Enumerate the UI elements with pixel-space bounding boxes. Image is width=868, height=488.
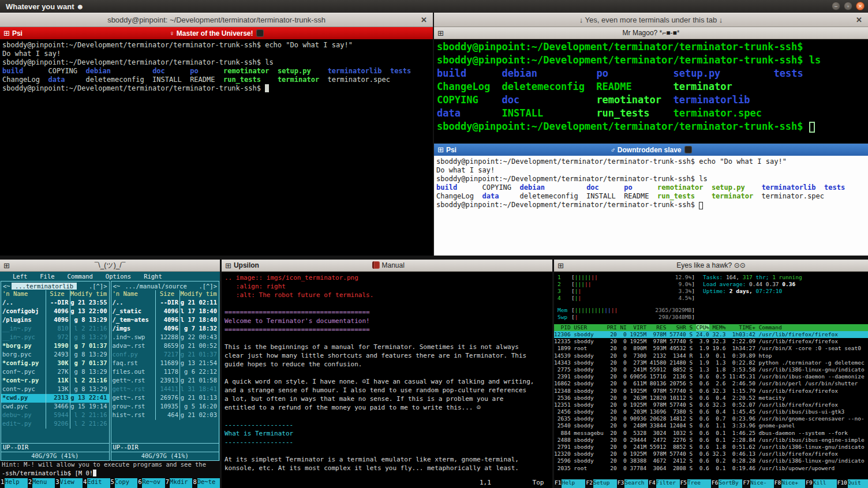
process-row[interactable]: 16862 sboddy 20 0 611M 80136 20756 S 0.6… — [554, 380, 868, 387]
file-row[interactable]: __in~.pyc972g 8 13:29 — [1, 333, 109, 342]
fkey-button[interactable]: 8De~te — [192, 478, 220, 488]
terminal-titlebar-mc[interactable]: ⊞ ¯\_(ツ)_/¯ — [0, 260, 220, 272]
file-row[interactable]: conf.py7217g 21 01:37 — [111, 351, 219, 359]
menu-options[interactable]: Options — [106, 273, 131, 280]
fkey-button[interactable]: F1Help — [554, 479, 585, 488]
group-button[interactable]: ⊞ — [0, 262, 13, 269]
process-row[interactable]: 2791 sboddy 20 0 241M 55912 8852 S 0.6 1… — [554, 444, 868, 451]
terminal-titlebar-vim[interactable]: ⊞ Upsilon Manual — [222, 260, 552, 272]
file-row[interactable]: cont~.pyc13Kg 8 13:29 — [1, 385, 109, 394]
vim-editor[interactable]: .. image:: imgs/icon_terminator.png :ali… — [222, 272, 552, 488]
fkey-button[interactable]: F5Tree — [680, 479, 711, 488]
close-button[interactable]: ✕ — [856, 2, 865, 10]
file-row[interactable]: hist~.rst464g 21 02:03 — [111, 411, 219, 420]
file-row[interactable]: *config.py30Kg 7 01:37 — [1, 359, 109, 368]
file-row[interactable]: *cont~r.py11Kl 2 21:16 — [1, 377, 109, 385]
terminal-screen-master[interactable]: sboddy@pinpoint:~/Development/terminator… — [0, 39, 433, 256]
terminal-titlebar-slave[interactable]: ⊞ Psi ♂ Downtrodden slave — [434, 144, 868, 156]
process-row[interactable]: 14343 sboddy 20 0 273M 41580 21480 S 1.9… — [554, 359, 868, 366]
process-row[interactable]: 2456 sboddy 20 0 203M 13696 7380 S 0.6 0… — [554, 408, 868, 415]
mc-command-line[interactable]: -ssh/terminatorlib$ [M 0! — [0, 470, 220, 478]
process-row[interactable]: 12351 sboddy 20 0 1925M 978M 57740 S 0.6… — [554, 401, 868, 408]
file-row[interactable]: .ind~.swp12288g 22 00:43 — [111, 333, 219, 342]
file-row[interactable]: __in~.py810l 2 21:16 — [1, 325, 109, 333]
file-row[interactable]: grou~.rst10935g 5 16:20 — [111, 403, 219, 411]
terminal-titlebar-master[interactable]: ⊞ Psi ♀ Master of the Universe! — [0, 27, 433, 39]
group-button[interactable]: ⊞ — [554, 262, 567, 269]
fkey-button[interactable]: F4Filter — [648, 479, 679, 488]
file-row[interactable]: /..--DIRg 21 02:11 — [111, 299, 219, 307]
file-row[interactable]: borg.pyc2493g 8 13:29 — [1, 351, 109, 359]
file-row[interactable]: conf~.pyc27Kg 8 13:29 — [1, 368, 109, 377]
fkey-button[interactable]: 3View — [55, 478, 83, 488]
file-row[interactable]: *cwd.py2313g 13 22:41 — [1, 394, 109, 403]
terminal-screen-slave[interactable]: sboddy@pinpoint:~/Development/terminator… — [434, 156, 868, 256]
file-row[interactable]: gett~.rst23913g 21 01:58 — [111, 377, 219, 385]
mc-column-headers[interactable]: 'n Name Size Modify tim — [1, 290, 109, 299]
file-row[interactable]: gett~.rst14411l 31 18:41 — [111, 385, 219, 394]
mc-screen[interactable]: LeftFileCommandOptionsRight <~ ...termin… — [0, 272, 220, 488]
menu-right[interactable]: Right — [144, 273, 162, 280]
fkey-button[interactable]: F2Setup — [585, 479, 616, 488]
fkey-button[interactable]: 2Menu — [28, 478, 55, 488]
group-button[interactable]: ⊞ Upsilon — [222, 261, 263, 269]
fkey-button[interactable]: F7Nice- — [742, 479, 773, 488]
fkey-button[interactable]: 5Copy — [110, 478, 138, 488]
file-row[interactable]: /_tem~ates4096l 17 18:40 — [111, 316, 219, 325]
process-row[interactable]: 2536 sboddy 20 0 263M 12820 10112 S 0.6 … — [554, 395, 868, 401]
close-icon[interactable]: ✕ — [856, 16, 862, 24]
process-row[interactable]: 2488 sboddy 20 0 29444 2472 2276 S 0.6 0… — [554, 437, 868, 444]
fkey-button[interactable]: F3Search — [617, 479, 648, 488]
fkey-button[interactable]: F8Nice+ — [774, 479, 805, 488]
minimize-button[interactable]: – — [832, 2, 840, 10]
process-row[interactable]: 12320 sboddy 20 0 1925M 978M 57740 S 0.6… — [554, 451, 868, 457]
process-row[interactable]: 12335 sboddy 20 0 1925M 978M 57740 S 3.9… — [554, 338, 868, 345]
process-row[interactable]: 1899 root 20 0 890M 593M 49532 S 1.9 19.… — [554, 345, 868, 352]
file-row[interactable]: files.out1178g 6 22:12 — [111, 368, 219, 377]
process-row[interactable]: 2596 sboddy 20 0 38388 4672 2412 S 0.6 0… — [554, 457, 868, 464]
process-row[interactable]: 12306 sboddy 20 0 1925M 978M 57740 S 24.… — [554, 331, 868, 338]
process-row[interactable]: 884 messagebu 20 0 5328 3024 1032 S 0.6 … — [554, 430, 868, 437]
file-row[interactable]: faq.rst11689g 13 21:54 — [111, 359, 219, 368]
process-row[interactable]: 2775 sboddy 20 0 241M 55912 8852 S 1.3 1… — [554, 366, 868, 373]
terminal-screen-magoo[interactable]: sboddy@pinpoint:~/Development/terminator… — [434, 39, 868, 143]
file-row[interactable]: /plugins4096g 8 13:29 — [1, 316, 109, 325]
process-row[interactable]: 12348 sboddy 20 0 1925M 978M 57740 S 0.6… — [554, 388, 868, 395]
file-row[interactable]: cwd.pyc3466g 15 19:14 — [1, 403, 109, 411]
file-row[interactable]: /..--DIRg 21 23:55 — [1, 299, 109, 307]
fkey-button[interactable]: 1Help — [0, 478, 28, 488]
mc-right-path[interactable]: <~ .../manual/source .[^]> — [111, 281, 219, 290]
fkey-button[interactable]: F6SortBy — [711, 479, 742, 488]
right-window-titlebar[interactable]: ↓ Yes, even more terminals under this ta… — [434, 13, 868, 27]
file-row[interactable]: /_static4096l 17 18:40 — [111, 307, 219, 316]
file-row[interactable]: edit~.py9206l 2 21:26 — [1, 420, 109, 429]
mc-column-headers[interactable]: 'n Name Size Modify tim — [111, 290, 219, 299]
terminal-titlebar-htop[interactable]: ⊞ Eyes like a hawk? ⊙⊙ — [554, 260, 868, 272]
fkey-button[interactable]: 4Edit — [83, 478, 110, 488]
file-row[interactable]: debu~.py5944l 2 21:16 — [1, 411, 109, 420]
maximize-button[interactable]: ▫ — [844, 2, 852, 10]
fkey-button[interactable]: 6Re~ov — [137, 478, 165, 488]
group-button[interactable]: ⊞ Psi — [434, 146, 460, 154]
menu-file[interactable]: File — [40, 273, 54, 280]
htop-table-header[interactable]: PID USER PRI NI VIRT RES SHR S CPU% MEM%… — [554, 324, 868, 331]
fkey-button[interactable]: F9Kill — [805, 479, 836, 488]
file-row[interactable]: /imgs4096g 7 18:32 — [111, 325, 219, 333]
fkey-button[interactable]: F10Quit — [837, 479, 868, 488]
process-row[interactable]: 2635 sboddy 20 0 90936 20628 14812 S 0.6… — [554, 415, 868, 422]
process-row[interactable]: 2035 root 20 0 37784 3064 2808 S 0.6 0.1… — [554, 465, 868, 472]
file-row[interactable]: adva~.rst8659g 21 00:52 — [111, 342, 219, 351]
process-row[interactable]: 2391 sboddy 20 0 69056 15716 2136 S 0.6 … — [554, 373, 868, 380]
left-window-titlebar[interactable]: sboddy@pinpoint: ~/Development/terminato… — [0, 13, 433, 27]
group-button[interactable]: ⊞ Psi — [0, 29, 26, 37]
process-row[interactable]: 14539 sboddy 20 0 7300 2132 1344 R 1.9 0… — [554, 352, 868, 359]
file-row[interactable]: gett~.rst26976g 21 01:13 — [111, 394, 219, 403]
file-row[interactable]: *borg.py1990g 7 01:37 — [1, 342, 109, 351]
mc-left-path[interactable]: <~ ...terminatorlib .[^]> — [1, 281, 109, 290]
menu-command[interactable]: Command — [68, 273, 93, 280]
fkey-button[interactable]: 7Mkdir — [165, 478, 193, 488]
menu-left[interactable]: Left — [13, 273, 27, 280]
htop-screen[interactable]: 1[|||||||12.9%] 2[|||||9.0%] 3[||3.3%] 4… — [554, 272, 868, 488]
close-icon[interactable]: ✕ — [421, 16, 427, 24]
file-row[interactable]: /configobj4096g 13 22:00 — [1, 307, 109, 316]
